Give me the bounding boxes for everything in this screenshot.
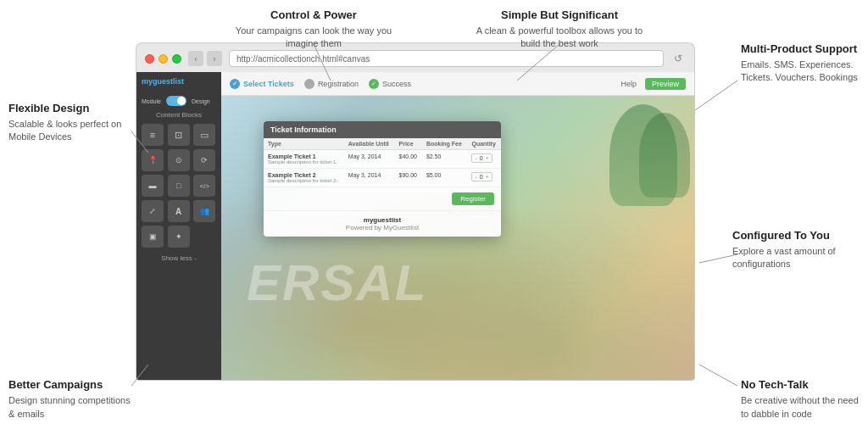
ticket-date: May 3, 2014 <box>344 169 395 187</box>
top-nav: ✓ Select Tickets Registration ✓ Success … <box>221 72 694 96</box>
ticket-modal-header: Ticket Information <box>264 121 501 138</box>
dot-red[interactable] <box>145 54 154 64</box>
sidebar-block-text[interactable]: ≡ <box>142 124 164 146</box>
preview-button[interactable]: Preview <box>645 78 686 90</box>
sidebar-block-star[interactable]: ✦ <box>168 226 190 248</box>
tree-decoration-2 <box>639 113 690 198</box>
ticket-modal: Ticket Information Type Available Until … <box>264 121 501 237</box>
sidebar-block-layout[interactable]: ⤢ <box>142 200 164 222</box>
nav-step-tickets[interactable]: ✓ Select Tickets <box>230 79 294 89</box>
ticket-row-1: Example Ticket 2 Sample description for … <box>264 169 501 187</box>
ticket-fee: $5.00 <box>422 169 468 187</box>
feature-desc: Scalable & looks perfect on Mobile Devic… <box>8 118 127 144</box>
feature-title: Better Campaigns <box>8 378 136 393</box>
svg-line-2 <box>695 81 737 110</box>
sidebar-logo: myguestlist <box>142 77 216 89</box>
sidebar-block-code[interactable]: </> <box>193 175 215 197</box>
qty-value: 0 <box>480 174 483 180</box>
qty-minus[interactable]: - <box>475 155 476 161</box>
sidebar-block-grid[interactable]: ▣ <box>142 226 164 248</box>
forward-button[interactable]: › <box>207 51 222 66</box>
ticket-desc: Sample description for ticket 1. <box>268 159 340 164</box>
ticket-name: Example Ticket 1 <box>268 153 340 159</box>
register-button[interactable]: Register <box>452 192 494 205</box>
browser-dots <box>145 54 181 64</box>
top-nav-right: Help Preview <box>620 78 686 90</box>
feature-title: Control & Power <box>229 8 398 23</box>
qty-control[interactable]: - 0 + <box>471 172 492 181</box>
sidebar-block-rss[interactable]: ⟳ <box>193 149 215 171</box>
app-main-area: ✓ Select Tickets Registration ✓ Success … <box>221 72 694 380</box>
brand-sub: Powered by MyGuestlist <box>346 224 419 231</box>
sidebar-block-banner[interactable]: ▭ <box>193 124 215 146</box>
nav-step-icon: ✓ <box>369 79 379 89</box>
qty-plus[interactable]: + <box>486 155 489 161</box>
feature-title: Multi-Product Support <box>741 42 860 57</box>
main-content-area: ERSAL Ticket Information Type Available … <box>221 96 694 380</box>
feature-title: Flexible Design <box>8 102 127 116</box>
ticket-table: Type Available Until Price Booking Fee Q… <box>264 138 501 187</box>
back-button[interactable]: ‹ <box>188 51 203 66</box>
dot-green[interactable] <box>172 54 181 64</box>
toggle-knob <box>177 97 186 105</box>
feature-desc: Design stunning competitions & emails <box>8 394 136 421</box>
show-more-link[interactable]: Show less - <box>142 254 216 262</box>
brand-name: myguestlist <box>364 216 401 224</box>
ticket-footer: Register <box>264 187 501 210</box>
qty-control[interactable]: - 0 + <box>471 153 492 163</box>
sidebar-block-image[interactable]: ⊡ <box>168 124 190 146</box>
nav-step-success[interactable]: ✓ Success <box>369 79 411 89</box>
venue-watermark: ERSAL <box>247 254 427 312</box>
ticket-date: May 3, 2014 <box>344 150 395 169</box>
app-content: myguestlist Module Design Content Blocks… <box>136 72 695 381</box>
feature-better-campaigns: Better Campaigns Design stunning competi… <box>8 378 136 421</box>
nav-step-icon <box>304 79 314 89</box>
feature-title: Configured To You <box>732 229 860 243</box>
col-price: Price <box>395 138 422 150</box>
feature-title: Simple But Significant <box>475 8 644 23</box>
qty-plus[interactable]: + <box>486 174 489 180</box>
refresh-button[interactable]: ↺ <box>670 51 686 66</box>
toggle-label-design: Design <box>192 98 210 104</box>
col-available: Available Until <box>344 138 395 150</box>
ticket-desc: Sample description for ticket 2. <box>268 178 340 183</box>
ticket-qty: - 0 + <box>467 150 501 169</box>
sidebar-block-text2[interactable]: A <box>168 200 190 222</box>
browser-nav: ‹ › <box>188 51 222 66</box>
col-type: Type <box>264 138 344 150</box>
feature-desc: Emails. SMS. Experiences. Tickets. Vouch… <box>741 59 860 85</box>
content-blocks-label: Content Blocks <box>142 111 216 119</box>
qty-value: 0 <box>480 155 483 161</box>
toggle-switch[interactable] <box>166 96 186 106</box>
dot-yellow[interactable] <box>159 54 168 64</box>
sidebar-block-box[interactable]: □ <box>168 175 190 197</box>
qty-minus[interactable]: - <box>475 174 476 180</box>
nav-step-label: Success <box>382 80 411 88</box>
sidebar-block-location[interactable]: 📍 <box>142 149 164 171</box>
feature-multi-product: Multi-Product Support Emails. SMS. Exper… <box>741 42 860 85</box>
nav-step-registration[interactable]: Registration <box>304 79 359 89</box>
logo-suffix: guestlist <box>153 77 184 86</box>
col-fee: Booking Fee <box>422 138 468 150</box>
feature-flexible-design: Flexible Design Scalable & looks perfect… <box>8 102 127 144</box>
feature-no-tech: No Tech-Talk Be creative without the nee… <box>741 378 860 421</box>
svg-line-6 <box>699 365 737 386</box>
nav-step-icon: ✓ <box>230 79 240 89</box>
app-sidebar: myguestlist Module Design Content Blocks… <box>136 72 221 380</box>
logo-text: myguestlist <box>142 77 216 86</box>
feature-desc: Be creative without the need to dabble i… <box>741 394 860 421</box>
address-bar[interactable]: http://acmicollectionch.html#canvas <box>229 50 664 67</box>
sidebar-block-timer[interactable]: ⊙ <box>168 149 190 171</box>
help-link[interactable]: Help <box>620 80 637 88</box>
ticket-type: Example Ticket 2 Sample description for … <box>264 169 344 187</box>
nav-step-label: Select Tickets <box>243 80 294 88</box>
feature-control-power: Control & Power Your campaigns can look … <box>229 8 398 51</box>
sidebar-block-social[interactable]: 👥 <box>193 200 215 222</box>
sidebar-block-divider[interactable]: ▬ <box>142 175 164 197</box>
feature-desc: Your campaigns can look the way you imag… <box>229 25 398 51</box>
sidebar-toggle[interactable]: Module Design <box>142 96 216 106</box>
ticket-row-0: Example Ticket 1 Sample description for … <box>264 150 501 169</box>
feature-configured: Configured To You Explore a vast amount … <box>732 229 860 271</box>
modal-brand: myguestlist Powered by MyGuestlist <box>264 210 501 237</box>
ticket-qty: - 0 + <box>467 169 501 187</box>
